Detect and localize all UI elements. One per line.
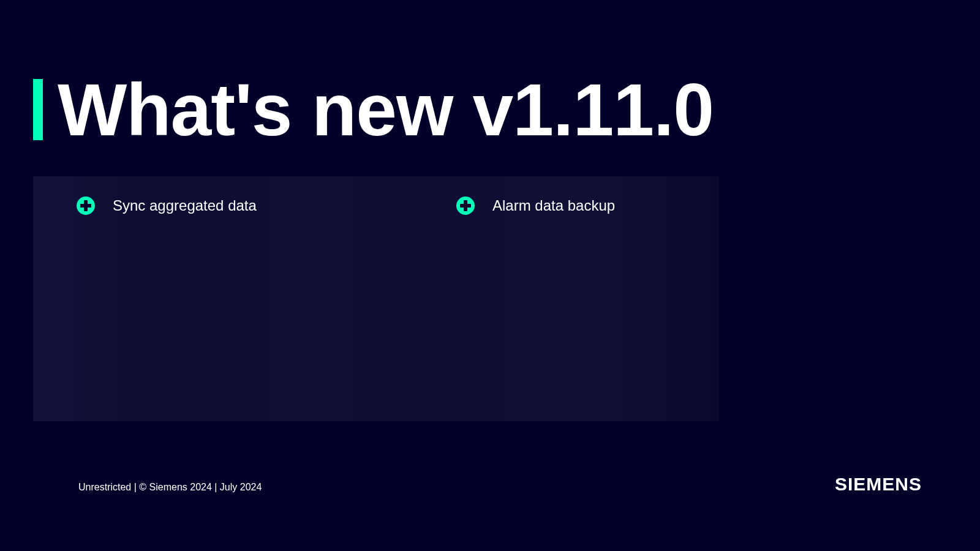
plus-circle-icon (76, 196, 96, 216)
footer-copyright: Unrestricted | © Siemens 2024 | July 202… (78, 482, 262, 493)
feature-label: Alarm data backup (492, 197, 615, 214)
title-container: What's new v1.11.0 (33, 67, 714, 152)
content-panel: Sync aggregated data Alarm data backup (33, 176, 719, 421)
title-accent-bar (33, 79, 43, 140)
plus-circle-icon (456, 196, 475, 216)
feature-label: Sync aggregated data (113, 197, 257, 214)
brand-logo: SIEMENS (835, 474, 922, 495)
feature-item: Alarm data backup (456, 196, 615, 216)
svg-rect-5 (460, 204, 471, 208)
feature-item: Sync aggregated data (76, 196, 257, 216)
svg-rect-2 (80, 204, 91, 208)
page-title: What's new v1.11.0 (58, 67, 714, 152)
